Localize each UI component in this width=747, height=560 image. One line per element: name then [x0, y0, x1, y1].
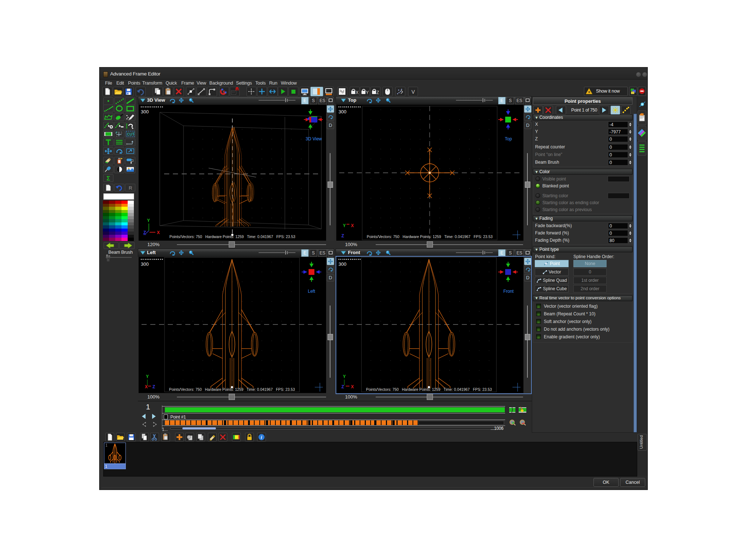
- svg-text:Y: Y: [147, 218, 150, 223]
- svg-text:5: 5: [223, 90, 225, 94]
- svg-text:X: X: [351, 384, 354, 389]
- svg-text:Y: Y: [146, 374, 149, 379]
- svg-text:V: V: [411, 89, 415, 95]
- svg-text:X: X: [356, 90, 359, 95]
- svg-text:Y: Y: [343, 223, 346, 228]
- svg-text:Z: Z: [376, 90, 379, 95]
- svg-text:300: 300: [338, 109, 347, 114]
- svg-text:X: X: [157, 230, 160, 235]
- svg-text:R: R: [129, 185, 132, 191]
- svg-text:300: 300: [141, 109, 149, 114]
- svg-text:Y: Y: [343, 374, 346, 379]
- svg-text:Points/Vectors: 750 Hardware: Points/Vectors: 750 Hardware Points: 125…: [169, 235, 295, 239]
- svg-text:Σ: Σ: [107, 175, 110, 182]
- svg-text:3D View: 3D View: [306, 136, 322, 141]
- svg-text:Front: Front: [503, 289, 514, 294]
- svg-text:Points/Vectors: 750 Hardware: Points/Vectors: 750 Hardware Points: 125…: [169, 388, 295, 392]
- svg-text:X: X: [351, 223, 354, 228]
- svg-text:Z: Z: [143, 230, 146, 235]
- svg-text:Y: Y: [366, 90, 369, 95]
- svg-text:Left: Left: [308, 289, 316, 294]
- svg-text:300: 300: [338, 261, 347, 267]
- svg-text:300: 300: [141, 261, 149, 267]
- svg-text:Points/Vectors: 750 Hardware: Points/Vectors: 750 Hardware Points: 125…: [366, 388, 492, 392]
- svg-text:CUT: CUT: [127, 132, 135, 136]
- svg-text:Z: Z: [152, 384, 155, 389]
- svg-text:Top: Top: [505, 136, 512, 141]
- svg-text:Z: Z: [341, 233, 344, 238]
- svg-text:Z: Z: [341, 384, 344, 389]
- svg-text:3: 3: [120, 131, 122, 135]
- svg-text:✳: ✳: [588, 90, 591, 94]
- svg-text:Points/Vectors: 750 Hardware: Points/Vectors: 750 Hardware Points: 125…: [367, 235, 492, 239]
